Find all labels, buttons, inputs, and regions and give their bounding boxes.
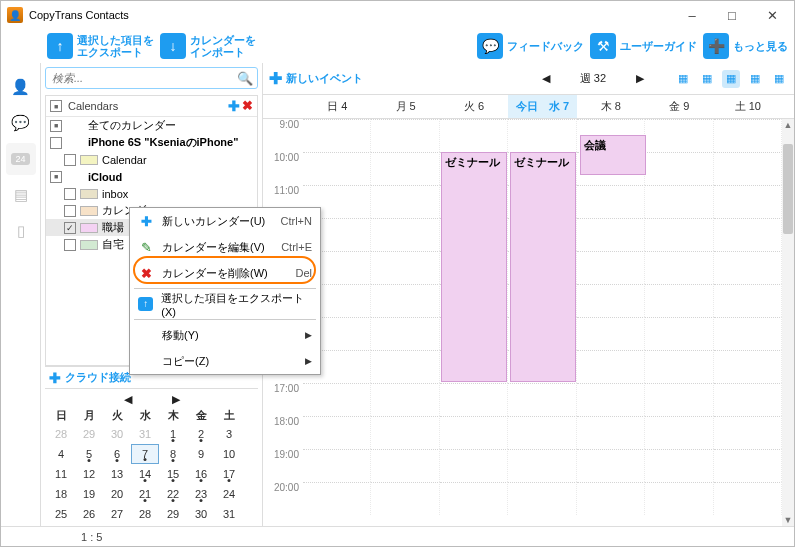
mc-day[interactable]: 6 [103, 444, 131, 464]
time-slot[interactable] [645, 350, 713, 383]
chk-iphone[interactable] [50, 137, 62, 149]
time-slot[interactable] [714, 317, 782, 350]
time-slot[interactable] [440, 416, 508, 449]
time-slot[interactable] [371, 383, 439, 416]
scroll-up-icon[interactable]: ▲ [782, 119, 794, 131]
mc-day[interactable]: 12 [75, 464, 103, 484]
dayhdr-today[interactable]: 今日 水 7 [508, 95, 576, 118]
dayhdr-sat[interactable]: 土 10 [714, 95, 782, 118]
chk-iphone-cal[interactable] [64, 154, 76, 166]
event-seminar-2[interactable]: ゼミナール [510, 152, 576, 382]
time-slot[interactable] [440, 482, 508, 515]
time-slot[interactable] [371, 152, 439, 185]
dayhdr-sun[interactable]: 日 4 [303, 95, 371, 118]
dayhdr-tue[interactable]: 火 6 [440, 95, 508, 118]
view-month-icon[interactable]: ▦ [746, 70, 764, 88]
tab-contacts-icon[interactable]: 👤 [6, 71, 36, 103]
ctx-move[interactable]: 移動(Y) ▶ [130, 322, 320, 348]
import-button[interactable]: ↓ カレンダーを インポート [160, 33, 256, 59]
time-slot[interactable] [714, 218, 782, 251]
time-slot[interactable] [577, 317, 645, 350]
mc-day[interactable]: 30 [187, 504, 215, 524]
mc-prev[interactable]: ◀ [124, 393, 132, 406]
mc-day[interactable]: 24 [215, 484, 243, 504]
feedback-button[interactable]: 💬 フィードバック [477, 33, 584, 59]
time-slot[interactable] [371, 449, 439, 482]
time-slot[interactable] [577, 284, 645, 317]
time-slot[interactable] [714, 482, 782, 515]
mc-day[interactable]: 20 [103, 484, 131, 504]
mc-day[interactable]: 13 [103, 464, 131, 484]
time-slot[interactable] [508, 482, 576, 515]
mc-day[interactable]: 22 [159, 484, 187, 504]
tree-delete-icon[interactable]: ✖ [242, 98, 253, 114]
time-slot[interactable] [371, 119, 439, 152]
ctx-export[interactable]: ↑ 選択した項目をエクスポート(X) [130, 291, 320, 317]
mc-day[interactable]: 5 [75, 444, 103, 464]
mc-day[interactable]: 28 [131, 504, 159, 524]
time-slot[interactable] [303, 449, 371, 482]
time-slot[interactable] [577, 482, 645, 515]
time-slot[interactable] [645, 218, 713, 251]
time-slot[interactable] [645, 449, 713, 482]
time-slot[interactable] [714, 449, 782, 482]
mc-day[interactable]: 1 [159, 424, 187, 444]
mc-day[interactable]: 16 [187, 464, 215, 484]
tree-row-icloud[interactable]: iCloud [46, 168, 257, 185]
week-grid[interactable]: 9:0010:0011:0012:0013:0014:0015:0016:001… [263, 119, 794, 526]
time-slot[interactable] [714, 185, 782, 218]
tab-messages-icon[interactable]: 💬 [6, 107, 36, 139]
mc-day[interactable]: 7 [131, 444, 159, 464]
time-slot[interactable] [645, 251, 713, 284]
mc-day[interactable]: 29 [75, 424, 103, 444]
mc-day[interactable]: 31 [215, 504, 243, 524]
week-next[interactable]: ▶ [636, 72, 644, 85]
mc-day[interactable]: 19 [75, 484, 103, 504]
close-button[interactable]: ✕ [752, 2, 792, 28]
time-slot[interactable] [577, 449, 645, 482]
tree-row-iphone[interactable]: iPhone 6S "KseniaのiPhone" [46, 134, 257, 151]
search-field[interactable]: 🔍 [45, 67, 258, 89]
chk-inbox[interactable] [64, 188, 76, 200]
search-input[interactable] [50, 69, 237, 87]
chk-icloud[interactable] [50, 171, 62, 183]
dayhdr-thu[interactable]: 木 8 [577, 95, 645, 118]
mc-day[interactable]: 15 [159, 464, 187, 484]
time-slot[interactable] [577, 218, 645, 251]
mc-day[interactable]: 29 [159, 504, 187, 524]
time-slot[interactable] [440, 383, 508, 416]
dayhdr-fri[interactable]: 金 9 [645, 95, 713, 118]
view-week-icon[interactable]: ▦ [722, 70, 740, 88]
mc-day[interactable]: 2 [187, 424, 215, 444]
chk-work[interactable] [64, 222, 76, 234]
time-slot[interactable] [714, 416, 782, 449]
new-event-button[interactable]: ✚ 新しいイベント [269, 69, 363, 88]
mc-day[interactable]: 31 [131, 424, 159, 444]
week-prev[interactable]: ◀ [542, 72, 550, 85]
tab-notes-icon[interactable]: ▤ [6, 179, 36, 211]
time-slot[interactable] [714, 152, 782, 185]
time-slot[interactable] [714, 383, 782, 416]
time-slot[interactable] [371, 482, 439, 515]
mc-day[interactable]: 30 [103, 424, 131, 444]
tree-row-all[interactable]: 全てのカレンダー [46, 117, 257, 134]
time-slot[interactable] [645, 185, 713, 218]
time-slot[interactable] [645, 119, 713, 152]
ctx-copy[interactable]: コピー(Z) ▶ [130, 348, 320, 374]
maximize-button[interactable]: □ [712, 2, 752, 28]
time-slot[interactable] [577, 350, 645, 383]
mc-day[interactable]: 3 [215, 424, 243, 444]
view-3day-icon[interactable]: ▦ [698, 70, 716, 88]
time-slot[interactable] [645, 482, 713, 515]
time-slot[interactable] [577, 251, 645, 284]
mc-day[interactable]: 18 [47, 484, 75, 504]
mc-day[interactable]: 17 [215, 464, 243, 484]
ctx-delete-calendar[interactable]: ✖ カレンダーを削除(W) Del [130, 260, 320, 286]
time-slot[interactable] [303, 152, 371, 185]
time-slot[interactable] [440, 119, 508, 152]
search-icon[interactable]: 🔍 [237, 71, 253, 86]
mc-day[interactable]: 14 [131, 464, 159, 484]
time-slot[interactable] [645, 152, 713, 185]
time-slot[interactable] [371, 317, 439, 350]
view-day-icon[interactable]: ▦ [674, 70, 692, 88]
